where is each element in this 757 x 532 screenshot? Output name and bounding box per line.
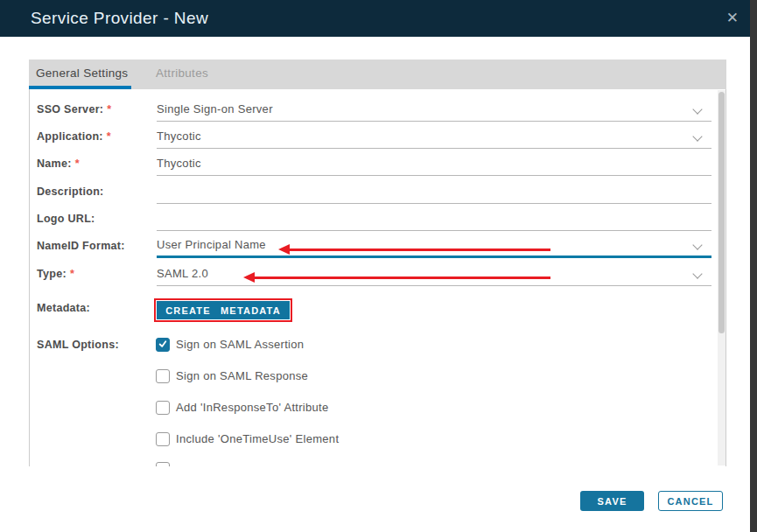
save-button[interactable]: SAVE bbox=[580, 491, 644, 511]
application-label: Application:* bbox=[37, 125, 111, 148]
name-label: Name:* bbox=[37, 152, 80, 175]
annotation-red-box: CREATE METADATA bbox=[154, 298, 292, 322]
checkbox-label[interactable]: Sign on SAML Assertion bbox=[176, 338, 304, 352]
checkbox-label[interactable]: Include 'OneTimeUse' Element bbox=[176, 432, 339, 446]
checkbox-unchecked[interactable] bbox=[156, 369, 170, 383]
logo-url-label: Logo URL: bbox=[37, 207, 95, 230]
field-row-application: Application:* Thycotic bbox=[30, 125, 725, 150]
chevron-down-icon[interactable] bbox=[692, 104, 702, 114]
application-select[interactable]: Thycotic bbox=[157, 125, 711, 149]
saml-options-label: SAML Options: bbox=[37, 333, 119, 356]
checkbox-row-onetimeuse[interactable]: Include 'OneTimeUse' Element bbox=[156, 432, 339, 446]
field-row-name: Name:* Thycotic bbox=[30, 152, 725, 177]
chevron-down-icon[interactable] bbox=[692, 269, 702, 278]
sso-server-label: SSO Server:* bbox=[37, 98, 111, 121]
label-text: NameID Format: bbox=[37, 240, 125, 252]
checkbox-unchecked[interactable] bbox=[156, 462, 170, 466]
tab-general-settings[interactable]: General Settings bbox=[36, 60, 128, 89]
description-input[interactable] bbox=[157, 180, 711, 204]
type-select[interactable]: SAML 2.0 bbox=[157, 262, 711, 286]
label-text: Logo URL: bbox=[37, 213, 95, 225]
required-asterisk: * bbox=[70, 268, 74, 280]
scrollbar-thumb[interactable] bbox=[718, 92, 725, 333]
field-row-logo-url: Logo URL: bbox=[30, 207, 725, 232]
scrollbar-track[interactable] bbox=[718, 90, 725, 466]
tab-bar: General Settings Attributes bbox=[29, 60, 726, 89]
label-text: Name: bbox=[37, 158, 72, 170]
name-value: Thycotic bbox=[157, 157, 201, 170]
field-row-nameid-format: NameID Format: User Principal Name bbox=[30, 234, 725, 259]
sso-server-value: Single Sign-on Server bbox=[157, 102, 273, 116]
required-asterisk: * bbox=[107, 103, 111, 116]
sso-server-select[interactable]: Single Sign-on Server bbox=[157, 98, 711, 122]
checkbox-unchecked[interactable] bbox=[156, 432, 170, 446]
type-value: SAML 2.0 bbox=[157, 267, 208, 280]
background-edge-strip bbox=[750, 0, 757, 532]
label-text: SSO Server: bbox=[37, 103, 103, 116]
label-text: Application: bbox=[37, 130, 103, 143]
field-row-sso-server: SSO Server:* Single Sign-on Server bbox=[30, 98, 725, 122]
checkbox-unchecked[interactable] bbox=[156, 401, 170, 415]
field-row-saml-options: SAML Options: bbox=[30, 333, 725, 358]
nameid-format-value: User Principal Name bbox=[157, 238, 266, 251]
checkbox-row-inresponseto[interactable]: Add 'InResponseTo' Attribute bbox=[156, 401, 329, 415]
field-row-description: Description: bbox=[30, 180, 725, 205]
label-text: SAML Options: bbox=[37, 339, 119, 351]
cancel-button[interactable]: CANCEL bbox=[658, 491, 723, 511]
checkbox-row-sign-assertion[interactable]: Sign on SAML Assertion bbox=[156, 338, 304, 352]
label-text: Metadata: bbox=[37, 302, 90, 314]
chevron-down-icon[interactable] bbox=[692, 131, 702, 141]
field-row-type: Type:* SAML 2.0 bbox=[30, 262, 725, 287]
type-label: Type:* bbox=[37, 262, 74, 285]
annotation-arrow-type bbox=[255, 276, 550, 279]
tab-attributes[interactable]: Attributes bbox=[156, 60, 208, 89]
application-value: Thycotic bbox=[157, 130, 201, 143]
label-text: Type: bbox=[37, 268, 67, 280]
check-icon bbox=[158, 340, 167, 348]
nameid-format-label: NameID Format: bbox=[37, 234, 125, 257]
field-row-metadata: Metadata: bbox=[30, 297, 725, 321]
general-settings-panel: SSO Server:* Single Sign-on Server Appli… bbox=[29, 89, 726, 466]
close-icon[interactable]: ✕ bbox=[726, 0, 739, 37]
checkbox-checked[interactable] bbox=[156, 338, 170, 352]
dialog-title: Service Provider - New bbox=[31, 0, 208, 37]
checkbox-row-partial[interactable] bbox=[156, 462, 170, 466]
checkbox-row-sign-response[interactable]: Sign on SAML Response bbox=[156, 369, 308, 383]
chevron-down-icon[interactable] bbox=[692, 240, 702, 249]
required-asterisk: * bbox=[107, 130, 111, 143]
checkbox-label[interactable]: Add 'InResponseTo' Attribute bbox=[176, 401, 329, 415]
dialog-header: Service Provider - New ✕ bbox=[0, 0, 750, 37]
metadata-label: Metadata: bbox=[37, 297, 90, 319]
name-input[interactable]: Thycotic bbox=[157, 152, 711, 176]
description-label: Description: bbox=[37, 180, 104, 203]
checkbox-label[interactable]: Sign on SAML Response bbox=[176, 369, 308, 383]
required-asterisk: * bbox=[75, 158, 80, 170]
annotation-arrow-nameid bbox=[290, 248, 550, 251]
nameid-format-select[interactable]: User Principal Name bbox=[157, 234, 711, 258]
label-text: Description: bbox=[37, 186, 104, 198]
logo-url-input[interactable] bbox=[157, 207, 711, 231]
create-metadata-button[interactable]: CREATE METADATA bbox=[157, 301, 290, 319]
